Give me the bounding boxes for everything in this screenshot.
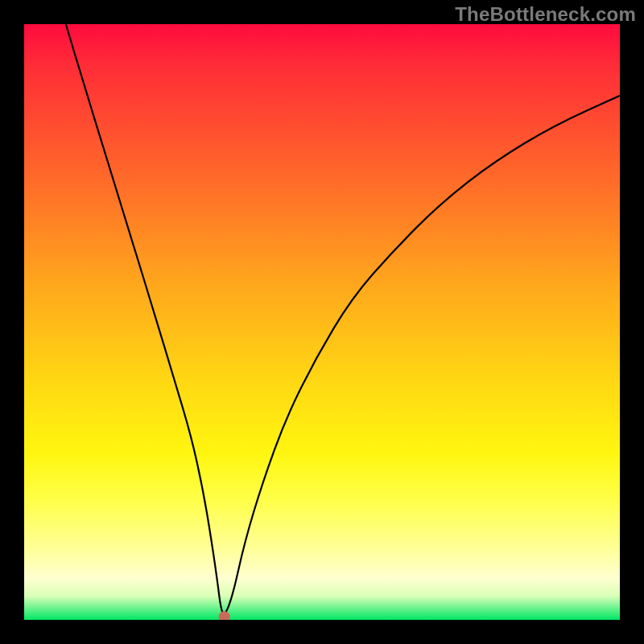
- bottleneck-curve: [66, 24, 620, 613]
- plot-area: [24, 24, 620, 620]
- minimum-marker-icon: [219, 611, 230, 620]
- attribution-watermark: TheBottleneck.com: [455, 3, 636, 26]
- chart-frame: TheBottleneck.com: [0, 0, 644, 644]
- curve-overlay: [24, 24, 620, 620]
